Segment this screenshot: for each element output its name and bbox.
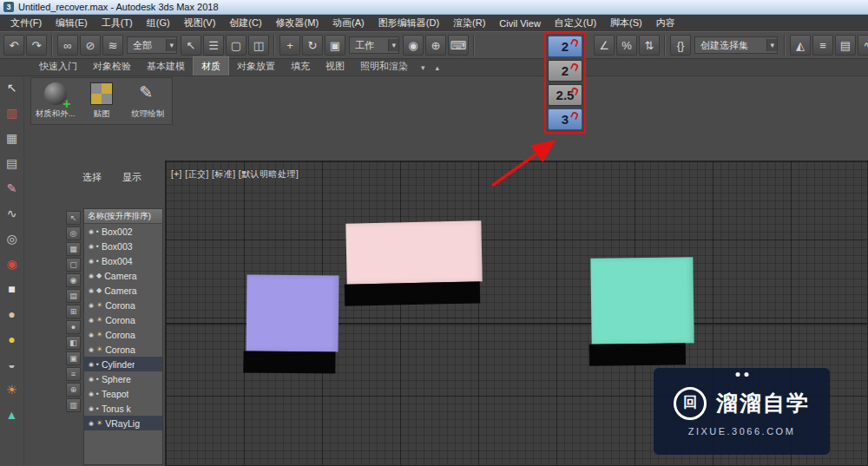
select-and-scale-icon[interactable]: ▣ bbox=[325, 35, 345, 56]
select-and-link-icon[interactable]: ∞ bbox=[57, 35, 78, 56]
viewport-box-teal[interactable] bbox=[590, 257, 694, 345]
menu-item-5[interactable]: 创建(C) bbox=[222, 15, 268, 31]
unlink-selection-icon[interactable]: ⊘ bbox=[80, 35, 101, 56]
cone-tool-icon[interactable]: ▲ bbox=[3, 406, 22, 423]
explorer-tab-0[interactable]: 选择 bbox=[75, 169, 109, 186]
edit-named-selection-sets-icon[interactable]: {} bbox=[670, 35, 691, 56]
explorer-display-geometry-icon[interactable]: ▦ bbox=[66, 242, 81, 256]
menu-item-8[interactable]: 图形编辑器(D) bbox=[372, 15, 446, 31]
selection-region-icon[interactable]: ▢ bbox=[226, 35, 247, 56]
menu-item-12[interactable]: 脚本(S) bbox=[603, 15, 649, 31]
selection-filter-dropdown[interactable]: 全部▾ bbox=[127, 36, 177, 54]
menu-item-6[interactable]: 修改器(M) bbox=[269, 15, 326, 31]
explorer-settings-icon[interactable]: ▥ bbox=[66, 398, 81, 412]
red-tool-icon[interactable]: ▥ bbox=[3, 104, 22, 121]
reference-coordinate-dropdown[interactable]: 工作▾ bbox=[349, 36, 399, 54]
explorer-row[interactable]: ◉▪Box004 bbox=[84, 253, 162, 268]
menu-item-1[interactable]: 编辑(E) bbox=[49, 15, 95, 31]
mirror-icon[interactable]: ◭ bbox=[790, 35, 811, 56]
explorer-row[interactable]: ◉☀Corona bbox=[84, 312, 162, 327]
window-crossing-icon[interactable]: ◫ bbox=[248, 35, 269, 56]
ribbon-button-2[interactable]: 纹理绘制 bbox=[126, 80, 170, 122]
explorer-display-shapes-icon[interactable]: ▢ bbox=[66, 258, 81, 272]
explorer-row[interactable]: ◉☀VRayLig bbox=[84, 416, 162, 430]
menu-item-4[interactable]: 视图(V) bbox=[177, 15, 223, 31]
white-square-tool-icon[interactable]: ■ bbox=[3, 280, 22, 298]
ribbon-button-0[interactable]: 材质和外... bbox=[33, 80, 77, 122]
align-icon[interactable]: ≡ bbox=[812, 35, 833, 56]
paint-tool-icon[interactable]: ✎ bbox=[3, 180, 22, 197]
explorer-row[interactable]: ◉▪Box002 bbox=[84, 224, 162, 239]
explorer-select-icon[interactable]: ↖ bbox=[66, 211, 81, 225]
explorer-find-icon[interactable]: ◎ bbox=[66, 226, 81, 240]
bind-to-space-warp-icon[interactable]: ≋ bbox=[102, 35, 123, 56]
snap-option-2-5[interactable]: 2.5 bbox=[548, 84, 582, 106]
explorer-display-xrefs-icon[interactable]: ▣ bbox=[66, 351, 81, 365]
explorer-display-spacewarps-icon[interactable]: ● bbox=[66, 320, 81, 334]
menu-item-7[interactable]: 动画(A) bbox=[326, 15, 372, 31]
viewport-box-pink[interactable] bbox=[345, 220, 482, 284]
scene-explorer-icon[interactable]: ▤ bbox=[835, 35, 856, 56]
ribbon-tab-3[interactable]: 材质 bbox=[193, 56, 229, 75]
menu-item-13[interactable]: 内容 bbox=[649, 15, 682, 31]
yellow-sphere-tool-icon[interactable]: ● bbox=[3, 331, 22, 348]
explorer-sort-icon[interactable]: ≡ bbox=[66, 367, 81, 381]
menu-item-3[interactable]: 组(G) bbox=[140, 15, 177, 31]
explorer-row[interactable]: ◉☀Corona bbox=[84, 342, 162, 357]
select-and-manipulate-icon[interactable]: ⊕ bbox=[425, 35, 446, 56]
ribbon-tab-5[interactable]: 填充 bbox=[283, 57, 318, 75]
curve-editor-icon[interactable]: ∿ bbox=[858, 35, 868, 56]
viewport-label[interactable]: [+] [正交] [标准] [默认明暗处理] bbox=[171, 168, 299, 180]
ribbon-flyout-arrow-icon[interactable]: ▾ bbox=[416, 60, 431, 75]
explorer-pick-icon[interactable]: ⊕ bbox=[66, 383, 81, 397]
explorer-row[interactable]: ◉▪Teapot bbox=[84, 386, 162, 401]
keyboard-shortcut-override-icon[interactable]: ⌨ bbox=[448, 35, 469, 56]
grid-tool-icon[interactable]: ▦ bbox=[3, 129, 22, 147]
explorer-display-groups-icon[interactable]: ◧ bbox=[66, 336, 81, 350]
curve-tool-icon[interactable]: ∿ bbox=[3, 205, 22, 222]
explorer-row[interactable]: ◉☀Corona bbox=[84, 327, 162, 342]
snap-option-2[interactable]: 2 bbox=[548, 36, 582, 57]
menu-item-9[interactable]: 渲染(R) bbox=[446, 15, 492, 31]
spinner-snap-icon[interactable]: ⇅ bbox=[639, 35, 660, 56]
explorer-row[interactable]: ◉▪Cylinder bbox=[84, 357, 162, 371]
explorer-display-helpers-icon[interactable]: ⊞ bbox=[66, 305, 81, 318]
ribbon-tab-4[interactable]: 对象放置 bbox=[229, 57, 283, 75]
select-and-move-icon[interactable]: + bbox=[279, 35, 300, 56]
explorer-row[interactable]: ◉☀Corona bbox=[84, 298, 162, 312]
menu-item-11[interactable]: 自定义(U) bbox=[548, 15, 603, 31]
tan-sphere-tool-icon[interactable]: ● bbox=[3, 305, 22, 323]
ribbon-tab-7[interactable]: 照明和渲染 bbox=[352, 57, 416, 75]
snap-option-2[interactable]: 2 bbox=[548, 60, 582, 82]
select-object-icon[interactable]: ↖ bbox=[181, 35, 201, 56]
viewport-box-lavender[interactable] bbox=[247, 274, 339, 351]
explorer-row[interactable]: ◉▪Sphere bbox=[84, 371, 162, 386]
undo-icon[interactable]: ↶ bbox=[3, 35, 24, 56]
red-dots-tool-icon[interactable]: ◉ bbox=[3, 255, 22, 272]
explorer-row[interactable]: ◉▪Box003 bbox=[84, 239, 162, 253]
ribbon-tab-1[interactable]: 对象检验 bbox=[85, 57, 139, 75]
ribbon-tab-6[interactable]: 视图 bbox=[318, 57, 352, 75]
select-and-rotate-icon[interactable]: ↻ bbox=[302, 35, 323, 56]
menu-item-10[interactable]: Civil View bbox=[492, 16, 547, 30]
explorer-display-cameras-icon[interactable]: ▤ bbox=[66, 289, 81, 303]
pot-tool-icon[interactable]: ◒ bbox=[3, 356, 22, 373]
explorer-tab-1[interactable]: 显示 bbox=[115, 169, 149, 186]
explorer-row[interactable]: ◉◆Camera bbox=[84, 268, 162, 283]
angle-snap-icon[interactable]: ∠ bbox=[594, 35, 615, 56]
named-selection-set-dropdown[interactable]: 创建选择集▾ bbox=[694, 36, 778, 54]
sun-tool-icon[interactable]: ☀ bbox=[3, 381, 22, 398]
snap-option-3[interactable]: 3 bbox=[548, 108, 582, 130]
ribbon-button-1[interactable]: 贴图 bbox=[79, 80, 123, 122]
explorer-display-lights-icon[interactable]: ◉ bbox=[66, 273, 81, 287]
menu-item-0[interactable]: 文件(F) bbox=[3, 15, 49, 31]
explorer-sort-header[interactable]: 名称(按升序排序) bbox=[84, 209, 162, 224]
ribbon-tab-2[interactable]: 基本建模 bbox=[139, 57, 193, 75]
ring-tool-icon[interactable]: ◎ bbox=[3, 230, 22, 247]
layout-tool-icon[interactable]: ▤ bbox=[3, 154, 22, 172]
select-by-name-icon[interactable]: ☰ bbox=[203, 35, 224, 56]
percent-snap-icon[interactable]: % bbox=[616, 35, 637, 56]
explorer-row[interactable]: ◉▪Torus k bbox=[84, 401, 162, 416]
redo-icon[interactable]: ↷ bbox=[26, 35, 47, 56]
menu-item-2[interactable]: 工具(T) bbox=[95, 15, 140, 31]
